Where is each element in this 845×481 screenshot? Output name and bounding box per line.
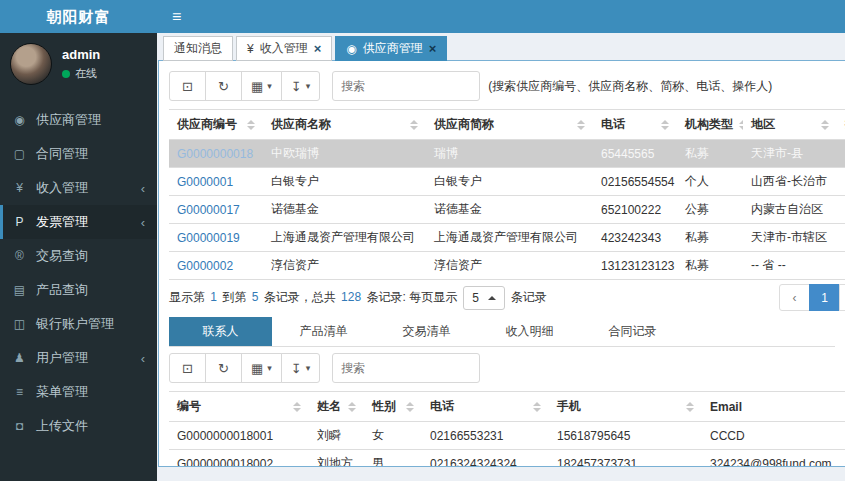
sidebar-item-menu[interactable]: ≡菜单管理 (0, 375, 157, 409)
table-row[interactable]: G0000000018中欧瑞博瑞博65445565私募天津市-县admin (169, 140, 845, 168)
export-button[interactable]: ↧▾ (281, 353, 320, 383)
row-id-link[interactable]: G00000017 (169, 196, 263, 224)
column-header[interactable]: 电话 (422, 392, 549, 422)
column-header[interactable]: 编号 (169, 392, 309, 422)
table-cell: 中欧瑞博 (263, 140, 426, 168)
brand-logo[interactable]: 朝阳财富 (0, 0, 157, 33)
column-header[interactable]: 地区 (743, 110, 837, 140)
invoice-icon: P (12, 215, 27, 229)
table-cell: 私募 (677, 252, 743, 280)
table-cell: -- 省 -- (743, 252, 837, 280)
table-row[interactable]: G0000002淳信资产淳信资产13123123123私募-- 省 --admi… (169, 252, 845, 280)
caret-down-icon: ▾ (306, 81, 311, 91)
sort-icon[interactable] (655, 120, 669, 130)
sort-icon[interactable] (241, 120, 255, 130)
column-label: 供应商编号 (177, 116, 237, 133)
sort-icon[interactable] (680, 402, 694, 412)
row-id-link[interactable]: G0000002 (169, 252, 263, 280)
sidebar-item-bank[interactable]: ◫银行账户管理 (0, 307, 157, 341)
user-status[interactable]: 在线 (62, 66, 100, 81)
table-cell: admin (837, 196, 845, 224)
table-row[interactable]: G0000000018002刘地方男0216324324324182457373… (169, 450, 845, 468)
column-header[interactable]: 供应商名称 (263, 110, 426, 140)
row-id-link[interactable]: G0000000018 (169, 140, 263, 168)
table-cell: G0000000018002 (169, 450, 309, 468)
column-header[interactable]: 供应商编号 (169, 110, 263, 140)
sort-icon[interactable] (342, 402, 356, 412)
main-area: ≡ 通知消息¥收入管理×◉供应商管理× ⊡↻▦▾↧▾ (搜索供应商编号、供应商名… (157, 0, 845, 481)
sidebar-item-upload[interactable]: ◘上传文件 (0, 409, 157, 443)
search-input[interactable] (332, 71, 480, 101)
tab-1[interactable]: ¥收入管理× (236, 36, 332, 61)
column-label: 手机 (557, 398, 581, 415)
sort-icon[interactable] (287, 402, 301, 412)
refresh-button[interactable]: ↻ (205, 353, 242, 383)
contacts-toolbar: ⊡↻▦▾↧▾ (169, 353, 835, 383)
pager: ‹12 (780, 284, 845, 311)
column-header[interactable]: 电话 (593, 110, 677, 140)
sort-icon[interactable] (815, 120, 829, 130)
column-header[interactable]: 姓名 (309, 392, 364, 422)
row-id-link[interactable]: G00000019 (169, 224, 263, 252)
online-dot-icon (62, 70, 70, 78)
info-text: 条记录 (511, 289, 547, 306)
columns-button[interactable]: ▦▾ (241, 71, 282, 101)
column-header[interactable]: 操作人 (837, 110, 845, 140)
table-row[interactable]: G0000000018001刘瞬女0216655323115618795645C… (169, 422, 845, 450)
table-cell: 02156554554 (593, 168, 677, 196)
detail-tab-3[interactable]: 收入明细 (478, 317, 581, 346)
close-icon[interactable]: × (429, 42, 437, 55)
sort-icon[interactable] (733, 120, 743, 130)
column-label: 地区 (751, 116, 775, 133)
pager-page-button[interactable]: 1 (809, 284, 840, 311)
tab-bar: 通知消息¥收入管理×◉供应商管理× (163, 36, 450, 61)
sidebar-item-income[interactable]: ¥收入管理‹ (0, 171, 157, 205)
columns-button[interactable]: ▦▾ (241, 353, 282, 383)
sort-icon[interactable] (400, 402, 414, 412)
tab-0[interactable]: 通知消息 (163, 36, 233, 61)
toggle-button[interactable]: ⊡ (169, 71, 206, 101)
sidebar-item-invoice[interactable]: P发票管理‹ (0, 205, 157, 239)
close-icon[interactable]: × (314, 42, 322, 55)
refresh-button[interactable]: ↻ (205, 71, 242, 101)
info-text: 显示第 (169, 290, 205, 304)
pager-prev-button[interactable]: ‹ (779, 284, 810, 311)
sort-icon[interactable] (404, 120, 418, 130)
pager-page-button[interactable]: 2 (839, 284, 845, 311)
sidebar-item-transaction[interactable]: ®交易查询 (0, 239, 157, 273)
tab-2[interactable]: ◉供应商管理× (335, 36, 447, 61)
row-id-link[interactable]: G0000001 (169, 168, 263, 196)
sort-icon[interactable] (571, 120, 585, 130)
table-cell: 刘瞬 (309, 422, 364, 450)
detail-tab-label: 联系人 (203, 324, 239, 338)
detail-tab-4[interactable]: 合同记录 (581, 317, 684, 346)
column-header[interactable]: 性别 (364, 392, 422, 422)
contacts-toolbar-buttons: ⊡↻▦▾↧▾ (169, 353, 320, 383)
sidebar-item-supplier[interactable]: ◉供应商管理 (0, 103, 157, 137)
sidebar-item-contract[interactable]: ▢合同管理 (0, 137, 157, 171)
detail-tab-0[interactable]: 联系人 (169, 317, 272, 346)
sidebar-item-label: 上传文件 (36, 417, 88, 435)
column-label: 机构类型 (685, 116, 733, 133)
table-row[interactable]: G00000019上海通晟资产管理有限公司上海通晟资产管理有限公司4232423… (169, 224, 845, 252)
table-cell: 瑞博 (426, 140, 593, 168)
sort-icon[interactable] (527, 402, 541, 412)
detail-tab-1[interactable]: 产品清单 (272, 317, 375, 346)
table-row[interactable]: G0000001白银专户白银专户02156554554个人山西省-长治市admi… (169, 168, 845, 196)
table-row[interactable]: G00000017诺德基金诺德基金652100222公募内蒙古自治区admin (169, 196, 845, 224)
detail-tab-2[interactable]: 交易清单 (375, 317, 478, 346)
table-cell: CCCD (702, 422, 845, 450)
column-header[interactable]: 手机 (549, 392, 702, 422)
page-size-select[interactable]: 5 (463, 286, 505, 310)
sidebar-toggle-button[interactable]: ≡ (157, 0, 196, 33)
export-button[interactable]: ↧▾ (281, 71, 320, 101)
sidebar-item-product[interactable]: ▤产品查询 (0, 273, 157, 307)
refresh-icon: ↻ (218, 79, 229, 94)
sidebar-item-user[interactable]: ♟用户管理‹ (0, 341, 157, 375)
column-header[interactable]: 供应商简称 (426, 110, 593, 140)
column-label: 电话 (601, 116, 625, 133)
search-input[interactable] (332, 353, 480, 383)
column-header[interactable]: 机构类型 (677, 110, 743, 140)
toggle-button[interactable]: ⊡ (169, 353, 206, 383)
sidebar-item-label: 产品查询 (36, 281, 88, 299)
